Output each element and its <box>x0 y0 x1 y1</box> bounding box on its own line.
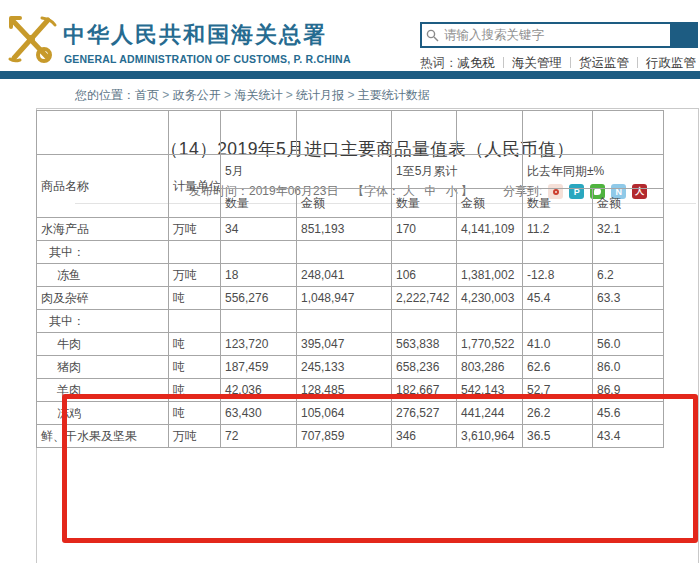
cell-product-name: 肉及杂碎 <box>37 287 169 310</box>
cell-unit: 吨 <box>169 356 221 379</box>
table-row: 牛肉吨123,720395,047563,8381,770,52241.056.… <box>37 333 664 356</box>
cell-value: 105,064 <box>297 402 392 425</box>
cell-value: 56.0 <box>593 333 664 356</box>
cell-value: 6.2 <box>593 264 664 287</box>
breadcrumb-link-1[interactable]: 首页 <box>135 88 159 102</box>
cell-value: 18 <box>221 264 297 287</box>
breadcrumb-link-4[interactable]: 统计月报 <box>296 88 344 102</box>
cell-value <box>392 310 457 333</box>
cell-value: 11.2 <box>523 218 593 241</box>
table-row: 肉及杂碎吨556,2761,048,9472,222,7424,230,0034… <box>37 287 664 310</box>
spacer-cell <box>593 111 664 155</box>
breadcrumb-link-5[interactable]: 主要统计数据 <box>358 88 430 102</box>
cell-product-name: 牛肉 <box>37 333 169 356</box>
table-row: 其中： <box>37 241 664 264</box>
cell-value <box>593 310 664 333</box>
cell-unit: 吨 <box>169 287 221 310</box>
table-row: 羊肉吨42,036128,485182,667542,14352.786.9 <box>37 379 664 402</box>
cell-value: -12.8 <box>523 264 593 287</box>
cell-value: 32.1 <box>593 218 664 241</box>
cell-unit: 万吨 <box>169 425 221 448</box>
col-subheader-quantity-2: 数量 <box>392 189 457 218</box>
cell-value: 86.9 <box>593 379 664 402</box>
col-subheader-amount-1: 金额 <box>297 189 392 218</box>
hot-word-link-1[interactable]: 减免税 <box>458 56 496 70</box>
breadcrumb-items: 首页 > 政务公开 > 海关统计 > 统计月报 > 主要统计数据 <box>135 88 430 102</box>
cell-value: 52.7 <box>523 379 593 402</box>
spacer-cell <box>523 111 593 155</box>
cell-value <box>523 241 593 264</box>
hot-words-separator <box>637 57 638 68</box>
cell-value: 45.4 <box>523 287 593 310</box>
cell-value: 4,141,109 <box>457 218 523 241</box>
breadcrumb-separator: > <box>344 88 358 102</box>
col-header-yoy: 比去年同期±% <box>523 155 664 189</box>
breadcrumb: 您的位置：首页 > 政务公开 > 海关统计 > 统计月报 > 主要统计数据 <box>75 87 430 104</box>
table-row: 冻鱼万吨18248,0411061,381,002-12.86.2 <box>37 264 664 287</box>
search-button[interactable] <box>672 22 698 48</box>
table-spacer-row <box>37 111 664 155</box>
cell-value: 63.3 <box>593 287 664 310</box>
cell-value: 276,527 <box>392 402 457 425</box>
cell-value: 851,193 <box>297 218 392 241</box>
spacer-cell <box>392 111 457 155</box>
header-divider-bar <box>0 71 700 79</box>
col-header-product: 商品名称 <box>37 155 169 218</box>
cell-value: 170 <box>392 218 457 241</box>
col-subheader-quantity-3: 数量 <box>523 189 593 218</box>
hot-words-separator <box>570 57 571 68</box>
table-row: 冻鸡吨63,430105,064276,527441,24426.245.6 <box>37 402 664 425</box>
cell-value: 182,667 <box>392 379 457 402</box>
breadcrumb-separator: > <box>282 88 296 102</box>
search-input[interactable] <box>420 22 672 48</box>
cell-product-name: 羊肉 <box>37 379 169 402</box>
breadcrumb-prefix: 您的位置： <box>75 88 135 102</box>
breadcrumb-link-2[interactable]: 政务公开 <box>173 88 221 102</box>
spacer-cell <box>169 111 221 155</box>
cell-value: 187,459 <box>221 356 297 379</box>
cell-value: 86.0 <box>593 356 664 379</box>
breadcrumb-separator: > <box>221 88 235 102</box>
table-row: 其中： <box>37 310 664 333</box>
breadcrumb-separator: > <box>159 88 173 102</box>
cell-value: 34 <box>221 218 297 241</box>
cell-value: 63,430 <box>221 402 297 425</box>
cell-unit <box>169 310 221 333</box>
cell-value <box>593 241 664 264</box>
table-row: 水海产品万吨34851,1931704,141,10911.232.1 <box>37 218 664 241</box>
hot-words-items: 减免税海关管理货运监管行政监管 <box>458 56 697 70</box>
cell-value: 1,048,947 <box>297 287 392 310</box>
cell-unit: 吨 <box>169 379 221 402</box>
spacer-cell <box>457 111 523 155</box>
site-title-english: GENERAL ADMINISTRATION OF CUSTOMS, P. R.… <box>64 53 351 65</box>
cell-product-name: 鲜、干水果及坚果 <box>37 425 169 448</box>
table-header-row: 商品名称计量单位5月1至5月累计比去年同期±% <box>37 155 664 189</box>
cell-product-name: 其中： <box>37 241 169 264</box>
site-title-chinese: 中华人民共和国海关总署 <box>63 20 327 50</box>
hot-word-link-4[interactable]: 行政监管 <box>646 56 696 70</box>
col-header-may: 5月 <box>221 155 392 189</box>
cell-value: 41.0 <box>523 333 593 356</box>
cell-product-name: 冻鸡 <box>37 402 169 425</box>
cell-value <box>221 310 297 333</box>
cell-value: 72 <box>221 425 297 448</box>
cell-value: 62.6 <box>523 356 593 379</box>
hot-word-link-2[interactable]: 海关管理 <box>512 56 562 70</box>
cell-value: 3,610,964 <box>457 425 523 448</box>
table-row: 猪肉吨187,459245,133658,236803,28662.686.0 <box>37 356 664 379</box>
hot-words-separator <box>503 57 504 68</box>
col-subheader-amount-2: 金额 <box>457 189 523 218</box>
cell-value: 42,036 <box>221 379 297 402</box>
cell-value <box>457 310 523 333</box>
breadcrumb-link-3[interactable]: 海关统计 <box>234 88 282 102</box>
cell-value: 123,720 <box>221 333 297 356</box>
cell-value: 803,286 <box>457 356 523 379</box>
cell-value: 658,236 <box>392 356 457 379</box>
spacer-cell <box>221 111 297 155</box>
commodity-table: 商品名称计量单位5月1至5月累计比去年同期±%数量金额数量金额数量金额 水海产品… <box>36 110 664 448</box>
cell-product-name: 水海产品 <box>37 218 169 241</box>
cell-value: 106 <box>392 264 457 287</box>
cell-value: 43.4 <box>593 425 664 448</box>
cell-value: 1,381,002 <box>457 264 523 287</box>
hot-word-link-3[interactable]: 货运监管 <box>579 56 629 70</box>
